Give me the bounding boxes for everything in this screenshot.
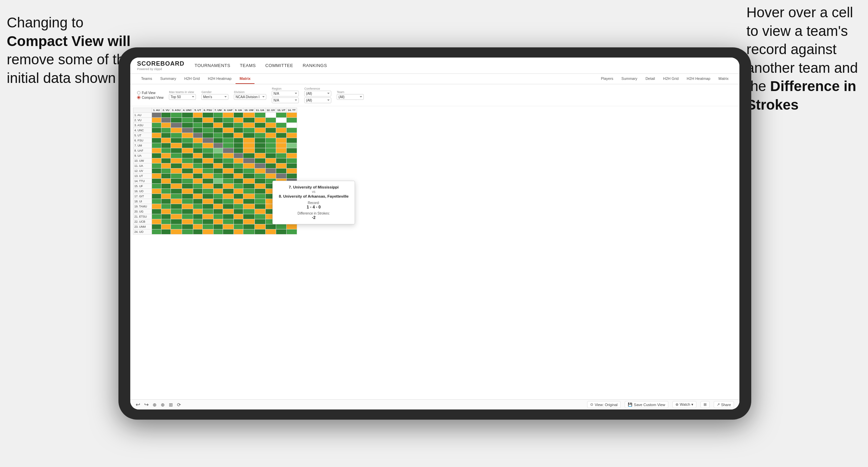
- matrix-cell[interactable]: [234, 133, 243, 138]
- matrix-cell[interactable]: [193, 163, 202, 169]
- matrix-cell[interactable]: [213, 158, 223, 163]
- matrix-cell[interactable]: [234, 209, 243, 214]
- matrix-cell[interactable]: [182, 229, 193, 235]
- matrix-cell[interactable]: [265, 153, 276, 158]
- matrix-cell[interactable]: [243, 138, 255, 143]
- matrix-cell[interactable]: [182, 153, 193, 158]
- matrix-container[interactable]: 1. AU 2. VU 3. ASU 4. UNC 5. UT 6. FSU 7…: [130, 106, 739, 399]
- toolbar-icon-1[interactable]: ⊕: [153, 402, 157, 407]
- matrix-cell[interactable]: [223, 219, 233, 224]
- tab-detail[interactable]: Detail: [641, 74, 659, 84]
- tab-matrix-left[interactable]: Matrix: [236, 74, 254, 84]
- matrix-cell[interactable]: [161, 163, 171, 169]
- matrix-cell[interactable]: [287, 229, 297, 235]
- matrix-cell[interactable]: [255, 224, 266, 229]
- matrix-cell[interactable]: [223, 194, 233, 199]
- matrix-cell[interactable]: [202, 148, 213, 153]
- view-original-btn[interactable]: ⊙ View: Original: [587, 401, 621, 408]
- matrix-cell[interactable]: [234, 123, 243, 128]
- matrix-cell[interactable]: [152, 153, 161, 158]
- matrix-cell[interactable]: [152, 143, 161, 148]
- matrix-cell[interactable]: [171, 179, 182, 184]
- matrix-cell[interactable]: [223, 143, 233, 148]
- matrix-cell[interactable]: [161, 199, 171, 204]
- matrix-cell[interactable]: [223, 169, 233, 174]
- matrix-cell[interactable]: [152, 179, 161, 184]
- matrix-cell[interactable]: [171, 148, 182, 153]
- undo-btn[interactable]: ↩: [136, 401, 140, 408]
- matrix-cell[interactable]: [243, 123, 255, 128]
- matrix-cell[interactable]: [255, 138, 266, 143]
- matrix-cell[interactable]: [161, 184, 171, 189]
- tab-h2h-grid-right[interactable]: H2H Grid: [659, 74, 683, 84]
- matrix-cell[interactable]: [255, 194, 266, 199]
- matrix-cell[interactable]: [202, 158, 213, 163]
- matrix-cell[interactable]: [182, 199, 193, 204]
- matrix-cell[interactable]: [243, 199, 255, 204]
- matrix-cell[interactable]: [182, 158, 193, 163]
- matrix-cell[interactable]: [193, 158, 202, 163]
- matrix-cell[interactable]: [265, 163, 276, 169]
- matrix-cell[interactable]: [223, 179, 233, 184]
- matrix-cell[interactable]: [234, 174, 243, 179]
- matrix-cell[interactable]: [234, 189, 243, 194]
- matrix-cell[interactable]: [182, 163, 193, 169]
- matrix-cell[interactable]: [223, 174, 233, 179]
- matrix-cell[interactable]: [171, 189, 182, 194]
- nav-committee[interactable]: COMMITTEE: [265, 63, 293, 68]
- matrix-cell[interactable]: [202, 209, 213, 214]
- matrix-cell[interactable]: [213, 153, 223, 158]
- matrix-cell[interactable]: [182, 133, 193, 138]
- matrix-cell[interactable]: [202, 219, 213, 224]
- matrix-cell[interactable]: [193, 123, 202, 128]
- matrix-cell[interactable]: [223, 204, 233, 209]
- matrix-cell[interactable]: [287, 148, 297, 153]
- toolbar-icon-4[interactable]: ⟳: [177, 402, 181, 407]
- matrix-cell[interactable]: [161, 133, 171, 138]
- matrix-cell[interactable]: [287, 143, 297, 148]
- matrix-cell[interactable]: [171, 123, 182, 128]
- matrix-cell[interactable]: [234, 219, 243, 224]
- matrix-cell[interactable]: [182, 174, 193, 179]
- matrix-cell[interactable]: [171, 118, 182, 123]
- matrix-cell[interactable]: [161, 219, 171, 224]
- matrix-cell[interactable]: [287, 138, 297, 143]
- matrix-cell[interactable]: [161, 169, 171, 174]
- matrix-cell[interactable]: [255, 128, 266, 133]
- matrix-cell[interactable]: [276, 163, 287, 169]
- matrix-cell[interactable]: [161, 158, 171, 163]
- matrix-cell[interactable]: [202, 123, 213, 128]
- matrix-cell[interactable]: [234, 148, 243, 153]
- matrix-cell[interactable]: [182, 138, 193, 143]
- matrix-cell[interactable]: [243, 184, 255, 189]
- compact-view-radio[interactable]: Compact View: [137, 96, 163, 99]
- matrix-cell[interactable]: [202, 143, 213, 148]
- matrix-cell[interactable]: [182, 169, 193, 174]
- matrix-cell[interactable]: [234, 179, 243, 184]
- matrix-cell[interactable]: [152, 148, 161, 153]
- matrix-cell[interactable]: [202, 138, 213, 143]
- matrix-cell[interactable]: [223, 214, 233, 219]
- matrix-cell[interactable]: [171, 204, 182, 209]
- matrix-cell[interactable]: [276, 143, 287, 148]
- matrix-cell[interactable]: [171, 113, 182, 118]
- matrix-cell[interactable]: [182, 143, 193, 148]
- matrix-cell[interactable]: [213, 199, 223, 204]
- matrix-cell[interactable]: [243, 179, 255, 184]
- matrix-cell[interactable]: [243, 113, 255, 118]
- matrix-cell[interactable]: [255, 143, 266, 148]
- matrix-cell[interactable]: [265, 174, 276, 179]
- matrix-cell[interactable]: [193, 204, 202, 209]
- matrix-cell[interactable]: [243, 153, 255, 158]
- matrix-cell[interactable]: [161, 229, 171, 235]
- matrix-cell[interactable]: [213, 174, 223, 179]
- matrix-cell[interactable]: [202, 163, 213, 169]
- matrix-cell[interactable]: [161, 123, 171, 128]
- matrix-cell[interactable]: [152, 138, 161, 143]
- matrix-cell[interactable]: [287, 153, 297, 158]
- matrix-cell[interactable]: [182, 209, 193, 214]
- matrix-cell[interactable]: [213, 194, 223, 199]
- matrix-cell[interactable]: [223, 118, 233, 123]
- matrix-cell[interactable]: [265, 133, 276, 138]
- matrix-cell[interactable]: [265, 169, 276, 174]
